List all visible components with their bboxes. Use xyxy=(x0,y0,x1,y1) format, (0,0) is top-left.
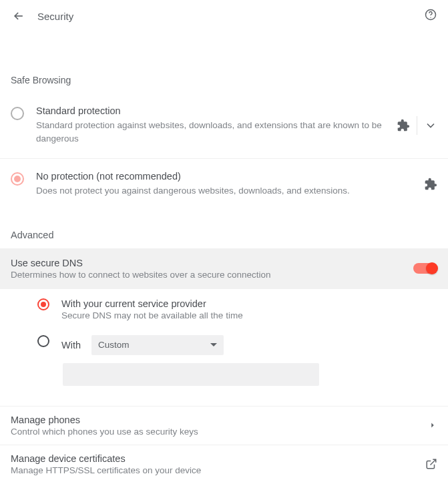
radio-no-protection[interactable] xyxy=(11,172,24,186)
help-icon[interactable] xyxy=(424,8,437,21)
svg-point-1 xyxy=(430,17,431,18)
dns-option-current-provider[interactable]: With your current service provider Secur… xyxy=(37,298,437,320)
divider xyxy=(417,116,417,135)
link-desc: Control which phones you use as security… xyxy=(11,427,428,437)
section-header-safe-browsing: Safe Browsing xyxy=(0,75,448,85)
radio-standard-protection[interactable] xyxy=(11,107,24,120)
dns-option-title: With your current service provider xyxy=(61,298,437,309)
extension-icon[interactable] xyxy=(397,119,410,132)
chevron-right-icon xyxy=(428,421,437,430)
option-title: Standard protection xyxy=(36,105,391,116)
secure-dns-card: Use secure DNS Determines how to connect… xyxy=(0,248,448,289)
dropdown-arrow-icon xyxy=(210,343,217,346)
with-label: With xyxy=(61,340,81,350)
section-header-advanced: Advanced xyxy=(0,230,448,240)
secure-dns-title: Use secure DNS xyxy=(11,258,413,268)
secure-dns-options: With your current service provider Secur… xyxy=(0,289,448,406)
manage-certificates-row[interactable]: Manage device certificates Manage HTTPS/… xyxy=(0,445,448,483)
dropdown-selected-text: Custom xyxy=(98,340,210,350)
external-link-icon xyxy=(425,458,437,470)
link-desc: Manage HTTPS/SSL certificates on your de… xyxy=(11,465,425,475)
radio-with-custom[interactable] xyxy=(37,335,49,347)
page-header: Security xyxy=(0,0,448,32)
dns-option-with-custom[interactable]: With Custom xyxy=(37,335,437,355)
page-title: Security xyxy=(37,11,73,22)
dns-option-desc: Secure DNS may not be available all the … xyxy=(61,310,437,320)
secure-dns-desc: Determines how to connect to websites ov… xyxy=(11,270,413,280)
option-no-protection[interactable]: No protection (not recommended) Does not… xyxy=(0,159,448,210)
option-desc: Standard protection against websites, do… xyxy=(36,119,391,146)
custom-dns-input[interactable] xyxy=(63,363,319,386)
option-standard-protection[interactable]: Standard protection Standard protection … xyxy=(0,93,448,159)
dns-provider-dropdown[interactable]: Custom xyxy=(91,335,224,355)
radio-current-provider[interactable] xyxy=(37,298,49,310)
extension-icon[interactable] xyxy=(424,178,437,191)
link-title: Manage device certificates xyxy=(11,453,425,464)
link-title: Manage phones xyxy=(11,415,428,425)
back-arrow-icon[interactable] xyxy=(11,8,27,24)
option-desc: Does not protect you against dangerous w… xyxy=(36,184,419,198)
manage-phones-row[interactable]: Manage phones Control which phones you u… xyxy=(0,406,448,445)
option-title: No protection (not recommended) xyxy=(36,171,419,182)
custom-dns-input-row xyxy=(63,363,437,386)
expand-chevron-icon[interactable] xyxy=(424,119,437,132)
secure-dns-toggle[interactable] xyxy=(413,263,437,274)
